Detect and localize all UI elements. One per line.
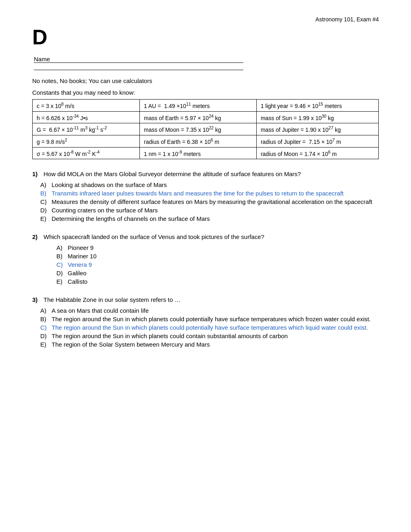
answer-3a: A) A sea on Mars that could contain life	[40, 307, 379, 314]
answer-text: Determining the lengths of channels on t…	[52, 215, 210, 222]
question-2-number: 2)	[32, 233, 44, 240]
table-row: g = 9.8 m/s2 radius of Earth = 6.38 × 10…	[33, 135, 379, 147]
question-2-text: Which spacecraft landed on the surface o…	[44, 233, 379, 240]
answer-letter: B)	[40, 316, 49, 322]
const-au: 1 AU = 1.49 ×1011 meters	[140, 100, 257, 112]
table-row: σ = 5.67 x 10-8 W m-2 K-4 1 nm = 1 x 10-…	[33, 147, 379, 159]
answer-3e: E) The region of the Solar System betwee…	[40, 341, 379, 348]
instructions: No notes, No books; You can use calculat…	[32, 77, 379, 84]
answer-text: The region around the Sun in which plane…	[52, 332, 288, 339]
answer-1b: B) Transmits infrared laser pulses towar…	[40, 190, 379, 197]
question-1-text: How did MOLA on the Mars Global Surveyor…	[44, 170, 379, 177]
answer-text: Mariner 10	[68, 253, 97, 260]
question-1-answers: A) Looking at shadows on the surface of …	[32, 181, 379, 222]
answer-2e: E) Callisto	[56, 278, 379, 285]
const-g: g = 9.8 m/s2	[33, 135, 140, 147]
const-G: G = 6.67 × 10-11 m3 kg-1 s-2	[33, 123, 140, 135]
question-3: 3) The Habitable Zone in our solar syste…	[32, 296, 379, 348]
answer-text: The region around the Sun in which plane…	[52, 316, 371, 322]
answer-text: Measures the density of different surfac…	[52, 198, 372, 205]
answer-text: Transmits infrared laser pulses towards …	[52, 190, 344, 197]
answer-text: Venera 9	[68, 261, 92, 268]
question-1-number: 1)	[32, 170, 44, 177]
const-sigma: σ = 5.67 x 10-8 W m-2 K-4	[33, 147, 140, 159]
question-1: 1) How did MOLA on the Mars Global Surve…	[32, 170, 379, 222]
questions: 1) How did MOLA on the Mars Global Surve…	[32, 170, 379, 348]
answer-text: The region around the Sun in which plane…	[52, 324, 368, 331]
answer-2d: D) Galileo	[56, 270, 379, 276]
const-sun-mass: mass of Sun = 1.99 x 1030 kg	[256, 111, 378, 123]
answer-letter: C)	[40, 198, 49, 205]
answer-3b: B) The region around the Sun in which pl…	[40, 316, 379, 322]
answer-letter: E)	[40, 341, 49, 348]
question-2-answers: A) Pioneer 9 B) Mariner 10 C) Venera 9 D…	[32, 244, 379, 285]
question-3-text: The Habitable Zone in our solar system r…	[44, 296, 379, 303]
answer-1a: A) Looking at shadows on the surface of …	[40, 181, 379, 188]
answer-text: Pioneer 9	[68, 244, 93, 251]
answer-2b: B) Mariner 10	[56, 253, 379, 260]
const-jupiter-mass: mass of Jupiter = 1.90 x 1027 kg	[256, 123, 378, 135]
name-field[interactable]	[34, 63, 243, 70]
answer-letter: D)	[40, 207, 49, 214]
answer-letter: E)	[56, 278, 65, 285]
name-line: Name	[32, 56, 379, 70]
answer-text: A sea on Mars that could contain life	[52, 307, 149, 314]
question-2: 2) Which spacecraft landed on the surfac…	[32, 233, 379, 285]
header-right: Astronomy 101, Exam #4	[32, 16, 379, 23]
const-moon-mass: mass of Moon = 7.35 x 1022 kg	[140, 123, 257, 135]
answer-letter: A)	[40, 307, 49, 314]
const-h: h = 6.626 x 10-34 J•s	[33, 111, 140, 123]
const-nm: 1 nm = 1 x 10-9 meters	[140, 147, 257, 159]
answer-1d: D) Counting craters on the surface of Ma…	[40, 207, 379, 214]
question-1-header: 1) How did MOLA on the Mars Global Surve…	[32, 170, 379, 177]
const-moon-radius: radius of Moon = 1.74 × 106 m	[256, 147, 378, 159]
answer-3c: C) The region around the Sun in which pl…	[40, 324, 379, 331]
table-row: G = 6.67 × 10-11 m3 kg-1 s-2 mass of Moo…	[33, 123, 379, 135]
const-jupiter-radius: radius of Jupiter = 7.15 × 107 m	[256, 135, 378, 147]
table-row: c = 3 x 108 m/s 1 AU = 1.49 ×1011 meters…	[33, 100, 379, 112]
question-3-header: 3) The Habitable Zone in our solar syste…	[32, 296, 379, 303]
answer-text: Galileo	[68, 270, 87, 276]
constants-table: c = 3 x 108 m/s 1 AU = 1.49 ×1011 meters…	[32, 99, 379, 159]
answer-1e: E) Determining the lengths of channels o…	[40, 215, 379, 222]
const-earth-mass: mass of Earth = 5.97 × 1024 kg	[140, 111, 257, 123]
answer-letter: A)	[40, 181, 49, 188]
answer-2c: C) Venera 9	[56, 261, 379, 268]
constants-label: Constants that you may need to know:	[32, 89, 379, 96]
table-row: h = 6.626 x 10-34 J•s mass of Earth = 5.…	[33, 111, 379, 123]
const-earth-radius: radius of Earth = 6.38 × 106 m	[140, 135, 257, 147]
answer-letter: C)	[56, 261, 65, 268]
const-ly: 1 light year = 9.46 × 1015 meters	[256, 100, 378, 112]
answer-letter: E)	[40, 215, 49, 222]
answer-letter: C)	[40, 324, 49, 331]
course-title: Astronomy 101, Exam #4	[316, 16, 379, 23]
const-c: c = 3 x 108 m/s	[33, 100, 140, 112]
answer-letter: B)	[40, 190, 49, 197]
question-3-answers: A) A sea on Mars that could contain life…	[32, 307, 379, 348]
answer-letter: D)	[56, 270, 65, 276]
question-2-header: 2) Which spacecraft landed on the surfac…	[32, 233, 379, 240]
answer-1c: C) Measures the density of different sur…	[40, 198, 379, 205]
answer-letter: B)	[56, 253, 65, 260]
answer-text: Counting craters on the surface of Mars	[52, 207, 158, 214]
name-label: Name	[34, 56, 243, 63]
answer-letter: A)	[56, 244, 65, 251]
grade-letter: D	[32, 27, 379, 48]
answer-letter: D)	[40, 332, 49, 339]
answer-text: Callisto	[68, 278, 87, 285]
question-3-number: 3)	[32, 296, 44, 303]
answer-text: Looking at shadows on the surface of Mar…	[52, 181, 167, 188]
answer-2a: A) Pioneer 9	[56, 244, 379, 251]
answer-text: The region of the Solar System between M…	[52, 341, 210, 348]
answer-3d: D) The region around the Sun in which pl…	[40, 332, 379, 339]
